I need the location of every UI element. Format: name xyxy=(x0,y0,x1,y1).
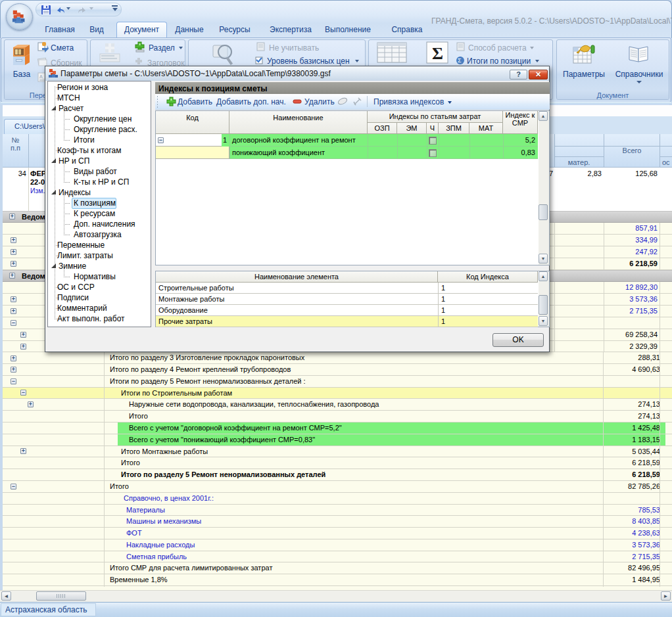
svg-text:А: А xyxy=(39,74,43,79)
svg-text:Σ: Σ xyxy=(458,57,462,64)
svg-text:Σ: Σ xyxy=(432,44,443,63)
